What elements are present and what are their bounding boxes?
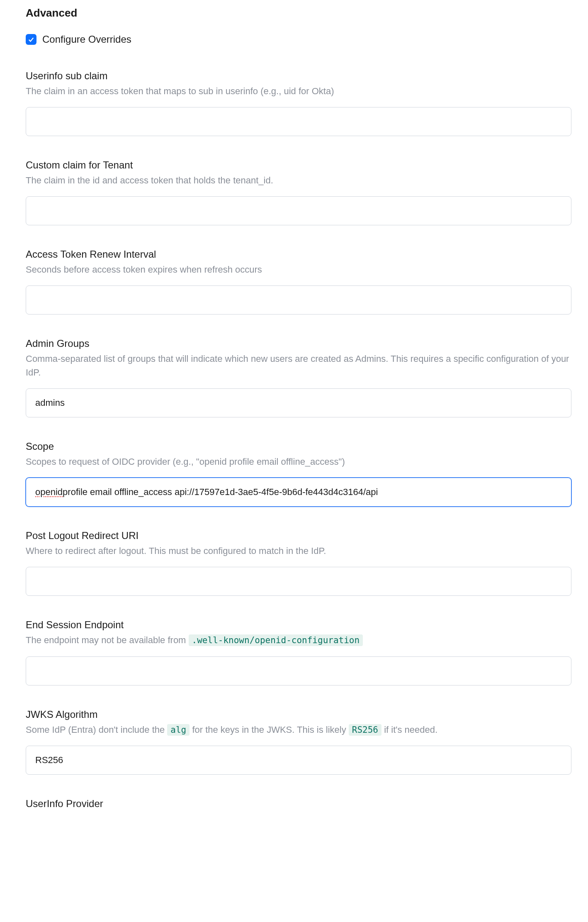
field-desc: The endpoint may not be available from .… bbox=[26, 633, 571, 647]
configure-overrides-checkbox[interactable] bbox=[26, 34, 36, 45]
field-jwks-alg: JWKS Algorithm Some IdP (Entra) don't in… bbox=[26, 709, 571, 775]
admin-groups-input[interactable] bbox=[26, 388, 571, 417]
desc-code-rs256: RS256 bbox=[349, 724, 381, 736]
field-label: Access Token Renew Interval bbox=[26, 249, 571, 260]
desc-pre: Some IdP (Entra) don't include the bbox=[26, 724, 167, 735]
field-desc: Where to redirect after logout. This mus… bbox=[26, 544, 571, 558]
field-userinfo-provider-label: UserInfo Provider bbox=[26, 798, 571, 810]
field-userinfo-sub: Userinfo sub claim The claim in an acces… bbox=[26, 70, 571, 136]
configure-overrides-row[interactable]: Configure Overrides bbox=[26, 34, 571, 45]
field-end-session: End Session Endpoint The endpoint may no… bbox=[26, 619, 571, 685]
field-label: Post Logout Redirect URI bbox=[26, 530, 571, 541]
field-desc: Seconds before access token expires when… bbox=[26, 263, 571, 276]
desc-code-alg: alg bbox=[167, 724, 190, 736]
field-label: Custom claim for Tenant bbox=[26, 159, 571, 171]
field-access-token-renew: Access Token Renew Interval Seconds befo… bbox=[26, 249, 571, 315]
end-session-input[interactable] bbox=[26, 656, 571, 685]
field-desc: Scopes to request of OIDC provider (e.g.… bbox=[26, 455, 571, 468]
field-desc: The claim in an access token that maps t… bbox=[26, 84, 571, 98]
jwks-alg-input[interactable] bbox=[26, 746, 571, 775]
post-logout-input[interactable] bbox=[26, 567, 571, 596]
left-margin bbox=[5, 0, 5, 922]
desc-code: .well-known/openid-configuration bbox=[189, 634, 363, 646]
field-desc: Some IdP (Entra) don't include the alg f… bbox=[26, 723, 571, 737]
advanced-settings-page: Advanced Configure Overrides Userinfo su… bbox=[0, 0, 588, 922]
scope-value-misspelled: openid bbox=[35, 487, 63, 498]
field-scope: Scope Scopes to request of OIDC provider… bbox=[26, 441, 571, 507]
field-post-logout: Post Logout Redirect URI Where to redire… bbox=[26, 530, 571, 596]
field-label: Scope bbox=[26, 441, 571, 452]
field-label: End Session Endpoint bbox=[26, 619, 571, 631]
field-label: JWKS Algorithm bbox=[26, 709, 571, 720]
field-custom-claim-tenant: Custom claim for Tenant The claim in the… bbox=[26, 159, 571, 225]
field-desc: The claim in the id and access token tha… bbox=[26, 173, 571, 187]
section-title: Advanced bbox=[26, 7, 571, 20]
configure-overrides-label: Configure Overrides bbox=[42, 34, 131, 45]
checkmark-icon bbox=[27, 36, 35, 43]
field-label: Admin Groups bbox=[26, 338, 571, 349]
desc-post: if it's needed. bbox=[384, 724, 437, 735]
custom-claim-tenant-input[interactable] bbox=[26, 196, 571, 225]
scope-value-rest: profile email offline_access api://17597… bbox=[63, 487, 378, 498]
field-admin-groups: Admin Groups Comma-separated list of gro… bbox=[26, 338, 571, 417]
field-label: Userinfo sub claim bbox=[26, 70, 571, 82]
desc-mid: for the keys in the JWKS. This is likely bbox=[192, 724, 348, 735]
field-desc: Comma-separated list of groups that will… bbox=[26, 352, 571, 379]
userinfo-sub-input[interactable] bbox=[26, 107, 571, 136]
scope-input[interactable]: openid profile email offline_access api:… bbox=[26, 478, 571, 507]
access-token-renew-input[interactable] bbox=[26, 285, 571, 315]
desc-pre: The endpoint may not be available from bbox=[26, 635, 189, 645]
